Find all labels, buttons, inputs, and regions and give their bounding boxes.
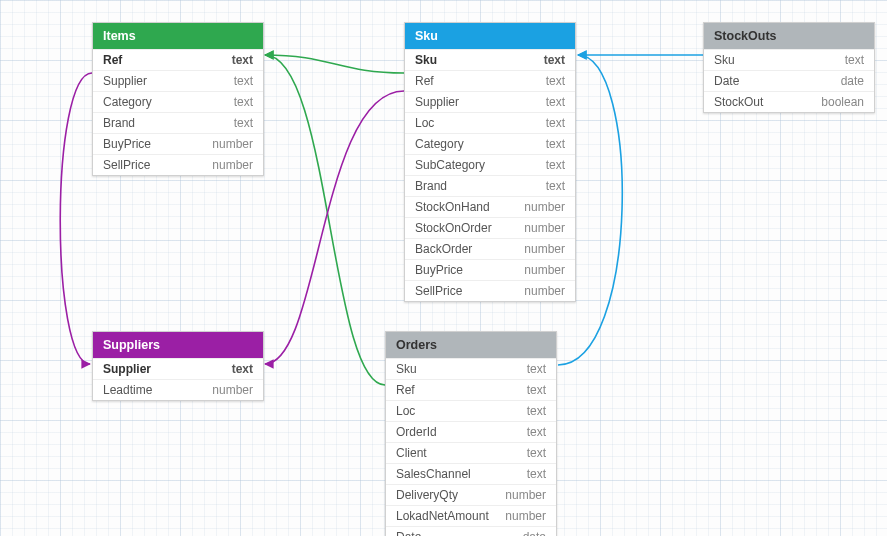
- sku-ref-to-items-ref: [265, 55, 404, 73]
- field-row[interactable]: Suppliertext: [405, 91, 575, 112]
- field-row[interactable]: SellPricenumber: [405, 280, 575, 301]
- field-type: text: [527, 467, 546, 481]
- field-row[interactable]: Loctext: [386, 400, 556, 421]
- field-row[interactable]: Datedate: [386, 526, 556, 536]
- field-name: Loc: [415, 116, 546, 130]
- field-name: Sku: [396, 362, 527, 376]
- field-name: LokadNetAmount: [396, 509, 505, 523]
- field-name: SellPrice: [415, 284, 524, 298]
- field-name: StockOnOrder: [415, 221, 524, 235]
- field-type: number: [505, 509, 546, 523]
- field-row[interactable]: BackOrdernumber: [405, 238, 575, 259]
- field-row[interactable]: Reftext: [405, 70, 575, 91]
- field-type: date: [523, 530, 546, 536]
- entity-title[interactable]: Suppliers: [93, 332, 263, 358]
- field-row[interactable]: StockOnHandnumber: [405, 196, 575, 217]
- field-name: StockOut: [714, 95, 821, 109]
- field-name: SellPrice: [103, 158, 212, 172]
- sku-supplier-to-suppliers: [265, 91, 404, 364]
- field-row[interactable]: Skutext: [405, 49, 575, 70]
- field-row[interactable]: StockOnOrdernumber: [405, 217, 575, 238]
- field-type: text: [234, 95, 253, 109]
- field-type: boolean: [821, 95, 864, 109]
- field-type: number: [524, 242, 565, 256]
- field-name: Sku: [415, 53, 544, 67]
- field-row[interactable]: SellPricenumber: [93, 154, 263, 175]
- items-supplier-to-suppliers: [60, 73, 92, 364]
- field-row[interactable]: Reftext: [93, 49, 263, 70]
- field-type: number: [212, 137, 253, 151]
- field-name: BuyPrice: [415, 263, 524, 277]
- field-row[interactable]: Brandtext: [93, 112, 263, 133]
- field-name: Brand: [103, 116, 234, 130]
- field-name: Ref: [396, 383, 527, 397]
- field-type: text: [527, 383, 546, 397]
- field-type: number: [212, 383, 253, 397]
- field-name: Ref: [415, 74, 546, 88]
- field-row[interactable]: Leadtimenumber: [93, 379, 263, 400]
- field-row[interactable]: Suppliertext: [93, 70, 263, 91]
- field-name: DeliveryQty: [396, 488, 505, 502]
- field-type: text: [546, 95, 565, 109]
- field-row[interactable]: OrderIdtext: [386, 421, 556, 442]
- field-row[interactable]: Categorytext: [405, 133, 575, 154]
- field-row[interactable]: Skutext: [704, 49, 874, 70]
- field-type: number: [524, 221, 565, 235]
- field-type: text: [546, 179, 565, 193]
- field-name: Date: [396, 530, 523, 536]
- entity-orders[interactable]: OrdersSkutextReftextLoctextOrderIdtextCl…: [385, 331, 557, 536]
- field-type: text: [234, 116, 253, 130]
- entity-title[interactable]: Orders: [386, 332, 556, 358]
- entity-title[interactable]: StockOuts: [704, 23, 874, 49]
- entity-title[interactable]: Sku: [405, 23, 575, 49]
- field-type: text: [527, 362, 546, 376]
- field-name: Ref: [103, 53, 232, 67]
- field-row[interactable]: Datedate: [704, 70, 874, 91]
- field-row[interactable]: SubCategorytext: [405, 154, 575, 175]
- field-type: number: [524, 263, 565, 277]
- field-row[interactable]: Reftext: [386, 379, 556, 400]
- field-row[interactable]: Skutext: [386, 358, 556, 379]
- entity-suppliers[interactable]: SuppliersSuppliertextLeadtimenumber: [92, 331, 264, 401]
- field-type: text: [234, 74, 253, 88]
- field-type: text: [232, 362, 253, 376]
- field-name: OrderId: [396, 425, 527, 439]
- entity-items[interactable]: ItemsReftextSuppliertextCategorytextBran…: [92, 22, 264, 176]
- field-type: number: [212, 158, 253, 172]
- field-row[interactable]: Loctext: [405, 112, 575, 133]
- field-row[interactable]: Brandtext: [405, 175, 575, 196]
- field-type: text: [232, 53, 253, 67]
- diagram-canvas[interactable]: ItemsReftextSuppliertextCategorytextBran…: [0, 0, 887, 536]
- field-name: Sku: [714, 53, 845, 67]
- field-row[interactable]: BuyPricenumber: [405, 259, 575, 280]
- field-row[interactable]: Suppliertext: [93, 358, 263, 379]
- field-row[interactable]: DeliveryQtynumber: [386, 484, 556, 505]
- field-row[interactable]: LokadNetAmountnumber: [386, 505, 556, 526]
- field-row[interactable]: BuyPricenumber: [93, 133, 263, 154]
- field-row[interactable]: StockOutboolean: [704, 91, 874, 112]
- field-type: number: [524, 200, 565, 214]
- field-name: Supplier: [415, 95, 546, 109]
- field-type: text: [527, 404, 546, 418]
- field-name: Date: [714, 74, 841, 88]
- field-name: StockOnHand: [415, 200, 524, 214]
- field-name: Supplier: [103, 74, 234, 88]
- field-row[interactable]: Categorytext: [93, 91, 263, 112]
- field-name: Category: [103, 95, 234, 109]
- field-type: number: [524, 284, 565, 298]
- entity-title[interactable]: Items: [93, 23, 263, 49]
- field-type: text: [527, 425, 546, 439]
- orders-ref-to-items-ref: [265, 55, 385, 385]
- field-type: text: [544, 53, 565, 67]
- field-name: Supplier: [103, 362, 232, 376]
- field-name: Client: [396, 446, 527, 460]
- field-name: Brand: [415, 179, 546, 193]
- field-name: SubCategory: [415, 158, 546, 172]
- entity-sku[interactable]: SkuSkutextReftextSuppliertextLoctextCate…: [404, 22, 576, 302]
- field-name: BackOrder: [415, 242, 524, 256]
- field-name: BuyPrice: [103, 137, 212, 151]
- field-row[interactable]: Clienttext: [386, 442, 556, 463]
- entity-stockouts[interactable]: StockOutsSkutextDatedateStockOutboolean: [703, 22, 875, 113]
- field-row[interactable]: SalesChanneltext: [386, 463, 556, 484]
- field-type: text: [546, 116, 565, 130]
